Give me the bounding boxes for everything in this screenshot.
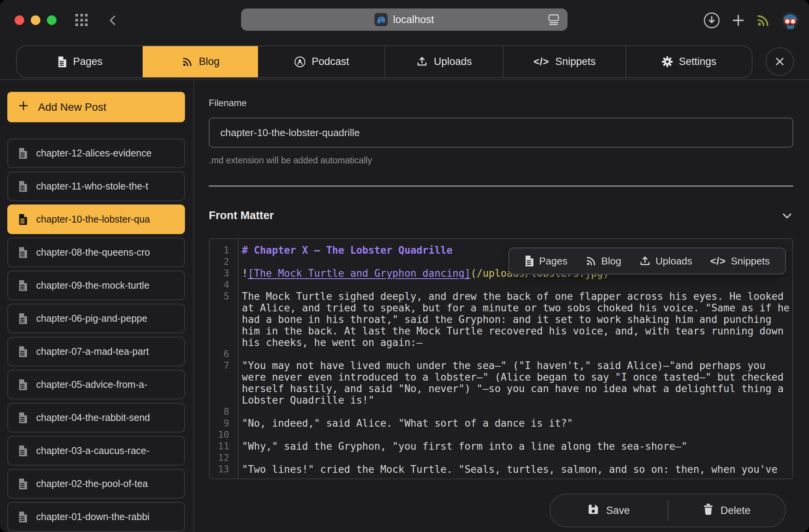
gear-icon [662, 56, 673, 67]
browser-window: localhost PagesBlogPodcastUploads</>Snip… [0, 0, 809, 532]
overlay-item-uploads[interactable]: Uploads [639, 255, 692, 267]
overlay-item-label: Pages [539, 255, 568, 267]
sidebar-item-chapter-05-advice-from-a-[interactable]: chapter-05-advice-from-a- [7, 370, 185, 399]
code-row: 11"Why," said the Gryphon, "you first fo… [210, 441, 792, 452]
download-icon[interactable] [703, 12, 720, 29]
code-line: "You may not have lived much under the s… [234, 360, 766, 371]
plus-icon [18, 100, 29, 114]
code-row: 6 [210, 348, 792, 360]
back-chevron-icon[interactable] [107, 14, 119, 28]
line-number [210, 383, 234, 394]
overlay-item-blog[interactable]: Blog [586, 255, 621, 267]
app-launcher-icon[interactable] [75, 14, 88, 26]
add-new-post-button[interactable]: Add New Post [7, 92, 185, 122]
line-number: 11 [210, 441, 234, 452]
tab-pages[interactable]: Pages [17, 46, 143, 77]
code-row: 4 [210, 279, 792, 291]
document-icon [18, 313, 28, 324]
line-number [210, 394, 234, 406]
code-line: his cheeks, he went on again:— [234, 337, 423, 348]
tab-snippets[interactable]: </>Snippets [503, 46, 625, 77]
overlay-item-snippets[interactable]: </>Snippets [710, 255, 770, 267]
post-filename-label: chapter-03-a-caucus-race- [36, 445, 184, 456]
code-row: 13"Two lines!" cried the Mock Turtle. "S… [210, 464, 792, 475]
sidebar: Add New Post chapter-12-alices-evidencec… [0, 78, 193, 532]
line-number [210, 371, 234, 383]
line-number: 6 [210, 348, 234, 360]
code-row: 7"You may not have lived much under the … [210, 360, 792, 371]
overlay-item-label: Snippets [731, 255, 770, 267]
code-line: at Alice, and tried to speak, but for a … [234, 302, 789, 314]
code-icon: </> [534, 56, 549, 68]
tab-podcast[interactable]: Podcast [258, 46, 385, 77]
tab-settings[interactable]: Settings [626, 46, 752, 77]
tab-blog[interactable]: Blog [143, 46, 258, 77]
code-line: him in the back. At last the Mock Turtle… [234, 325, 784, 337]
delete-button[interactable]: Delete [668, 504, 786, 518]
sidebar-item-chapter-03-a-caucus-race-[interactable]: chapter-03-a-caucus-race- [7, 436, 185, 466]
code-line: The Mock Turtle sighed deeply, and drew … [234, 291, 784, 302]
topbar-actions [703, 0, 799, 40]
address-bar[interactable]: localhost [241, 8, 568, 31]
upload-icon [416, 56, 428, 67]
code-row: Lobster Quadrille is!" [210, 394, 792, 406]
sidebar-item-chapter-11-who-stole-the-t[interactable]: chapter-11-who-stole-the-t [7, 171, 185, 201]
post-filename-label: chapter-04-the-rabbit-send [36, 412, 184, 423]
code-icon: </> [710, 255, 726, 267]
sidebar-item-chapter-09-the-mock-turtle[interactable]: chapter-09-the-mock-turtle [7, 271, 185, 300]
filename-input[interactable] [209, 118, 793, 148]
post-filename-label: chapter-01-down-the-rabbi [36, 511, 184, 522]
post-filename-label: chapter-07-a-mad-tea-part [36, 346, 184, 357]
add-new-post-label: Add New Post [38, 101, 106, 113]
sidebar-item-chapter-01-down-the-rabbi[interactable]: chapter-01-down-the-rabbi [7, 502, 185, 532]
chevron-down-icon[interactable] [781, 209, 793, 222]
document-icon [18, 346, 28, 357]
overlay-item-label: Uploads [656, 255, 692, 267]
save-icon [588, 504, 599, 518]
overlay-toolbar: PagesBlogUploads</>Snippets [508, 248, 786, 274]
code-line [234, 348, 242, 360]
rss-feed-icon[interactable] [756, 13, 770, 27]
sidebar-item-chapter-06-pig-and-peppe[interactable]: chapter-06-pig-and-peppe [7, 304, 185, 333]
line-number: 5 [210, 291, 234, 302]
save-button[interactable]: Save [550, 504, 668, 518]
post-filename-label: chapter-06-pig-and-peppe [36, 313, 184, 324]
close-panel-button[interactable] [766, 47, 794, 76]
line-number: 9 [210, 417, 234, 429]
sidebar-item-chapter-07-a-mad-tea-part[interactable]: chapter-07-a-mad-tea-part [7, 337, 185, 366]
overlay-item-pages[interactable]: Pages [524, 255, 568, 267]
overlay-item-label: Blog [601, 255, 621, 267]
sidebar-item-chapter-02-the-pool-of-tea[interactable]: chapter-02-the-pool-of-tea [7, 469, 185, 499]
sidebar-item-chapter-04-the-rabbit-send[interactable]: chapter-04-the-rabbit-send [7, 403, 185, 432]
code-row: 8 [210, 406, 792, 417]
minimize-window-button[interactable] [31, 15, 40, 25]
line-number: 12 [210, 452, 234, 464]
filename-label: Filename [209, 98, 247, 108]
line-number [210, 325, 234, 337]
plus-icon[interactable] [731, 13, 745, 27]
rss-icon [182, 57, 193, 67]
document-icon [57, 56, 67, 68]
reader-icon[interactable] [548, 14, 560, 27]
tab-uploads[interactable]: Uploads [385, 46, 503, 77]
line-number: 4 [210, 279, 234, 291]
user-avatar[interactable] [781, 12, 799, 29]
close-window-button[interactable] [15, 15, 24, 25]
code-row: had a bone in his throat," said the Gryp… [210, 314, 792, 325]
document-icon [18, 445, 28, 457]
line-number [210, 314, 234, 325]
tab-label: Uploads [434, 56, 472, 68]
window-controls [15, 15, 57, 25]
line-number: 10 [210, 429, 234, 441]
code-row: 5The Mock Turtle sighed deeply, and drew… [210, 291, 792, 302]
sidebar-item-chapter-12-alices-evidence[interactable]: chapter-12-alices-evidence [7, 138, 185, 168]
sidebar-item-chapter-10-the-lobster-qua[interactable]: chapter-10-the-lobster-qua [7, 204, 185, 234]
code-line: "Two lines!" cried the Mock Turtle. "Sea… [234, 464, 777, 475]
tab-label: Settings [679, 56, 717, 68]
tab-label: Pages [73, 56, 103, 68]
zoom-window-button[interactable] [47, 15, 57, 25]
front-matter-editor[interactable]: 1# Chapter X — The Lobster Quadrille23![… [209, 238, 793, 479]
code-line [234, 452, 242, 464]
sidebar-item-chapter-08-the-queens-cro[interactable]: chapter-08-the-queens-cro [7, 238, 185, 267]
tab-label: Blog [199, 56, 220, 68]
